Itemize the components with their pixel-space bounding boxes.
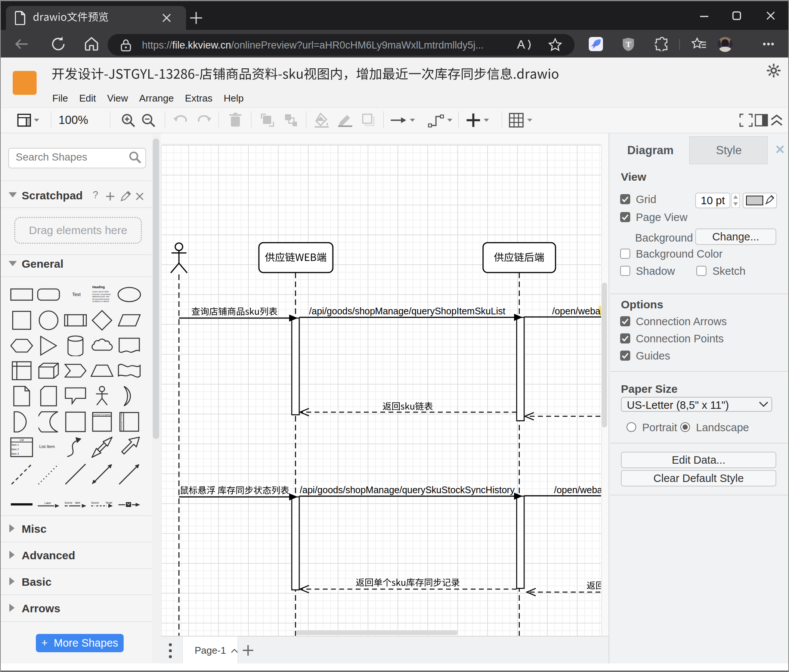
svg-text:Source: Source [65,502,72,504]
svg-text:Item 3: Item 3 [11,452,19,455]
svg-text:Item 1: Item 1 [11,444,19,446]
svg-text:Horizontal Container: Horizontal Container [120,412,123,431]
svg-text:label: label [75,502,80,504]
svg-text:/api/goods/shopManage/querySho: /api/goods/shopManage/queryShopItemSkuLi… [309,306,505,316]
svg-text:List: List [20,439,24,441]
svg-text:Label: Label [45,502,51,504]
svg-text:/open/webapi/iten: /open/webapi/iten [554,484,601,495]
svg-text:/api/goods/shopManage/querySku: /api/goods/shopManage/querySkuStockSyncH… [300,484,515,495]
svg-text:T: T [626,40,631,49]
svg-text:/open/webapi/: /open/webapi/ [552,306,601,316]
svg-text:Target: Target [105,502,112,504]
svg-text:Source: Source [91,502,99,504]
svg-text:Item 2: Item 2 [11,448,19,451]
svg-text:Vertical Container: Vertical Container [93,414,110,416]
